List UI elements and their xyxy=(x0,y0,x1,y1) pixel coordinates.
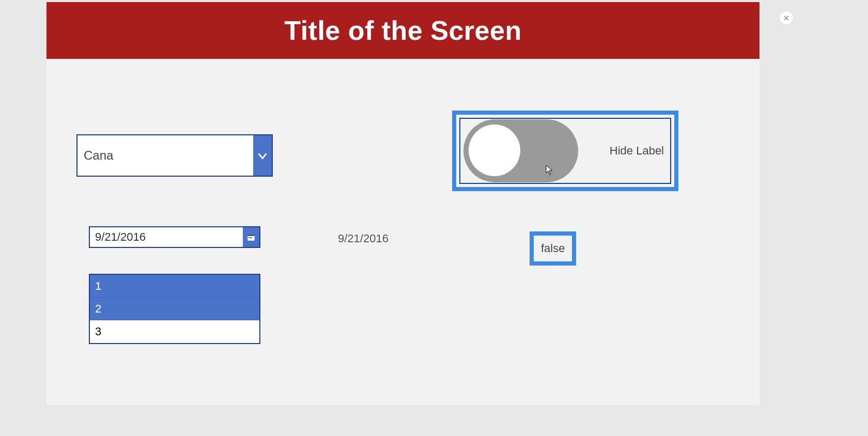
chevron-down-icon xyxy=(257,150,268,161)
app-window: Title of the Screen Cana 9/21/2016 xyxy=(47,2,760,405)
date-picker-button[interactable] xyxy=(243,227,259,247)
header-bar: Title of the Screen xyxy=(47,2,760,59)
svg-rect-5 xyxy=(251,237,252,238)
dropdown-value: Cana xyxy=(78,135,253,176)
close-icon xyxy=(783,14,790,22)
svg-rect-4 xyxy=(249,237,250,238)
toggle-label: Hide Label xyxy=(610,144,664,158)
toggle-thumb xyxy=(469,124,520,176)
toggle-switch-frame: Hide Label xyxy=(459,118,671,184)
toggle-switch-container: Hide Label xyxy=(452,111,678,191)
close-button[interactable] xyxy=(780,11,793,25)
country-dropdown[interactable]: Cana xyxy=(76,134,273,177)
calendar-icon xyxy=(246,232,256,242)
date-value: 9/21/2016 xyxy=(90,227,243,247)
dropdown-arrow-button[interactable] xyxy=(253,135,272,176)
page-title: Title of the Screen xyxy=(284,15,521,46)
content-area: Cana 9/21/2016 9/21/2016 1 2 3 xyxy=(47,59,760,405)
list-item[interactable]: 1 xyxy=(90,275,259,298)
date-picker[interactable]: 9/21/2016 xyxy=(89,226,260,248)
svg-rect-3 xyxy=(247,235,255,236)
hide-label-toggle[interactable] xyxy=(463,119,578,182)
date-output-label: 9/21/2016 xyxy=(338,232,389,245)
number-listbox[interactable]: 1 2 3 xyxy=(89,274,260,344)
list-item[interactable]: 2 xyxy=(90,298,259,320)
toggle-value-display: false xyxy=(530,231,576,266)
list-item[interactable]: 3 xyxy=(90,320,259,343)
